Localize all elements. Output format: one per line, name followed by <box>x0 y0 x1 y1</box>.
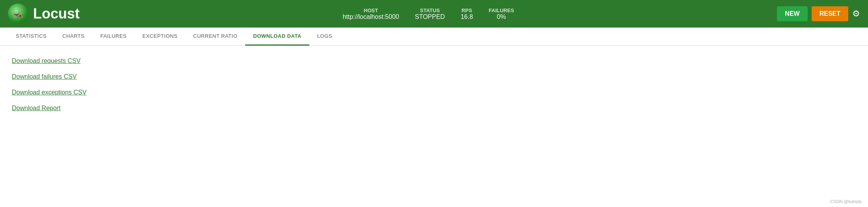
locust-icon: 🦗 <box>12 8 24 19</box>
nav-item-download-data[interactable]: DOWNLOAD DATA <box>245 28 309 46</box>
nav-item-logs[interactable]: LOGS <box>309 28 340 46</box>
header-actions: NEW RESET ⚙ <box>777 6 860 21</box>
host-label: HOST <box>364 7 378 13</box>
status-value: STOPPED <box>415 13 445 20</box>
download-link-download-failures-csv[interactable]: Download failures CSV <box>12 73 856 80</box>
download-link-download-report[interactable]: Download Report <box>12 105 856 112</box>
settings-icon[interactable]: ⚙ <box>852 9 860 19</box>
download-link-download-requests-csv[interactable]: Download requests CSV <box>12 57 856 65</box>
app-header: 🦗 Locust HOST http://localhost:5000 STAT… <box>0 0 868 28</box>
failures-stat: FAILURES 0% <box>489 7 514 20</box>
nav-item-statistics[interactable]: STATISTICS <box>8 28 54 46</box>
app-title: Locust <box>33 6 80 22</box>
header-brand: 🦗 Locust <box>8 4 80 24</box>
app-logo: 🦗 <box>8 4 28 24</box>
main-nav: STATISTICSCHARTSFAILURESEXCEPTIONSCURREN… <box>0 28 868 46</box>
status-label: STATUS <box>420 7 440 13</box>
nav-item-current-ratio[interactable]: CURRENT RATIO <box>185 28 245 46</box>
failures-label: FAILURES <box>489 7 514 13</box>
host-stat: HOST http://localhost:5000 <box>343 7 399 20</box>
nav-item-charts[interactable]: CHARTS <box>54 28 92 46</box>
host-value: http://localhost:5000 <box>343 13 399 20</box>
nav-item-failures[interactable]: FAILURES <box>92 28 134 46</box>
status-stat: STATUS STOPPED <box>415 7 445 20</box>
rps-stat: RPS 16.8 <box>461 7 473 20</box>
new-button[interactable]: NEW <box>777 6 807 21</box>
nav-item-exceptions[interactable]: EXCEPTIONS <box>134 28 185 46</box>
failures-value: 0% <box>497 13 506 20</box>
reset-button[interactable]: RESET <box>812 6 848 21</box>
main-content: Download requests CSVDownload failures C… <box>0 46 868 132</box>
rps-label: RPS <box>462 7 472 13</box>
header-stats: HOST http://localhost:5000 STATUS STOPPE… <box>80 7 777 20</box>
rps-value: 16.8 <box>461 13 473 20</box>
download-link-download-exceptions-csv[interactable]: Download exceptions CSV <box>12 89 856 96</box>
